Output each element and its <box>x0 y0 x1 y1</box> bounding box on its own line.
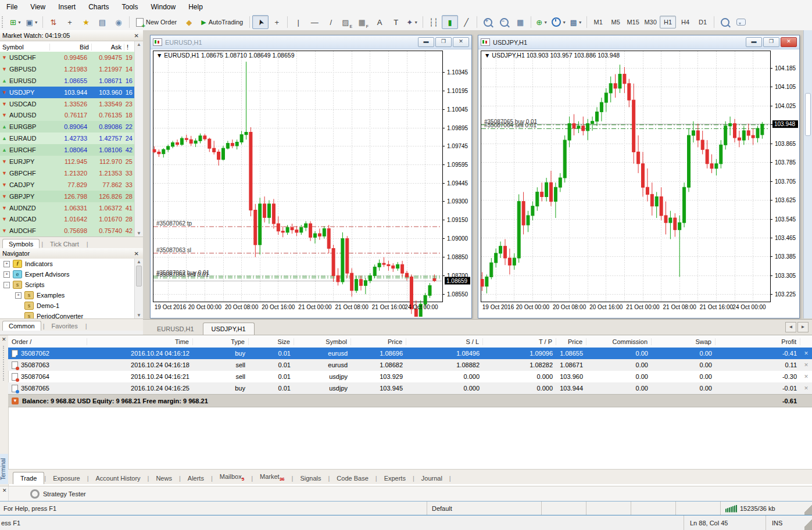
expand-icon[interactable]: + <box>3 261 10 267</box>
chart-tab-usdjpyh1[interactable]: USDJPY,H1 <box>203 323 255 335</box>
menu-file[interactable]: File <box>0 1 24 13</box>
chart-window-titlebar[interactable]: EURUSD,H1 ▬ ❐ ✕ <box>151 35 471 49</box>
text-label-button[interactable]: T <box>388 15 404 29</box>
mw-tab-symbols[interactable]: Symbols <box>2 239 40 249</box>
trendline-button[interactable]: / <box>323 15 339 29</box>
scrollbar-thumb[interactable] <box>136 266 142 287</box>
status-profile[interactable]: Default <box>427 502 541 515</box>
chart-window-eurusd[interactable]: EURUSD,H1 ▬ ❐ ✕ 1.103451.101951.100451.0… <box>150 35 472 318</box>
orders-col-order[interactable]: Order / <box>8 338 87 345</box>
timeframe-m1-button[interactable]: M1 <box>590 16 606 28</box>
order-row-35087063[interactable]: 350870632016.10.24 04:16:18sell0.01eurus… <box>8 359 812 371</box>
navigator-scrollbar[interactable]: ▲ ▼ <box>134 259 143 318</box>
bar-chart-button[interactable]: ┆┆ <box>425 15 442 29</box>
terminal-tab-mailbox[interactable]: Mailbox5 <box>213 471 251 484</box>
timeframe-h4-button[interactable]: H4 <box>677 16 693 28</box>
periods-button[interactable]: ▼ <box>550 15 568 29</box>
strategy-tester-toggle-button[interactable]: ◉ <box>110 15 127 29</box>
scroll-up-icon[interactable]: ▲ <box>135 42 143 47</box>
menu-tools[interactable]: Tools <box>116 1 145 13</box>
indicators-add-button[interactable]: ⊕▼ <box>534 15 550 29</box>
terminal-tab-alerts[interactable]: Alerts <box>181 472 211 484</box>
market-watch-row-audusd[interactable]: ▼AUDUSD0.761170.7613518 <box>0 109 135 121</box>
chart-tab-eurusdh1[interactable]: EURUSD,H1 <box>149 323 202 335</box>
chart-profiles-button[interactable]: ▣▼ <box>24 15 40 29</box>
restore-icon[interactable]: ❐ <box>435 37 452 47</box>
resize-grip[interactable] <box>804 515 812 530</box>
menu-insert[interactable]: Insert <box>52 1 82 13</box>
orders-col-price[interactable]: Price <box>351 338 406 345</box>
close-order-icon[interactable]: ✕ <box>800 362 812 368</box>
market-watch-toggle-button[interactable]: ⇅ <box>45 15 62 29</box>
market-watch-row-audnzd[interactable]: ▼AUDNZD1.063311.0637241 <box>0 202 135 214</box>
chart-window-titlebar[interactable]: USDJPY,H1 ▬ ❐ ✕ <box>478 35 799 49</box>
autotrading-button[interactable]: ▶AutoTrading <box>197 15 247 29</box>
timeframe-h1-button[interactable]: H1 <box>660 16 676 28</box>
line-chart-button[interactable]: ╱ <box>458 15 474 29</box>
close-order-icon[interactable]: ✕ <box>800 385 812 391</box>
collapse-icon[interactable]: - <box>3 282 10 288</box>
workspace-scrollbar[interactable] <box>803 30 812 318</box>
navigator-item-examples[interactable]: +sExamples <box>0 290 135 300</box>
terminal-tab-news[interactable]: News <box>149 472 179 484</box>
minimize-icon[interactable]: ▬ <box>418 37 434 47</box>
scroll-down-icon[interactable]: ▼ <box>135 313 143 318</box>
navigator-toggle-button[interactable]: ★ <box>78 15 94 29</box>
terminal-tab-account-history[interactable]: Account History <box>89 472 148 484</box>
market-watch-row-audchf[interactable]: ▼AUDCHF0.756980.7574042 <box>0 225 135 237</box>
orders-col-sl[interactable]: S / L <box>406 338 483 345</box>
tile-windows-button[interactable]: ▦ <box>512 15 528 29</box>
resize-grip[interactable] <box>804 502 812 515</box>
mw-tab-tick-chart[interactable]: Tick Chart <box>44 239 85 249</box>
market-watch-row-eurchf[interactable]: ▲EURCHF1.080641.0810642 <box>0 144 135 156</box>
terminal-tab-experts[interactable]: Experts <box>377 472 413 484</box>
zoom-in-button[interactable]: + <box>480 15 496 29</box>
close-order-icon[interactable]: ✕ <box>800 374 812 379</box>
order-row-35087062[interactable]: 350870622016.10.24 04:16:12buy0.01eurusd… <box>8 348 812 359</box>
candlestick-chart-svg[interactable]: 1.103451.101951.100451.098951.097451.095… <box>151 49 470 317</box>
market-watch-row-eurgbp[interactable]: ▲EURGBP0.890640.8908622 <box>0 121 135 132</box>
menu-help[interactable]: Help <box>182 1 209 13</box>
scrollbar-thumb[interactable] <box>805 93 811 136</box>
expand-icon[interactable]: + <box>15 292 22 299</box>
templates-button[interactable]: ▩▼ <box>568 15 584 29</box>
nav-tab-favorites[interactable]: Favorites <box>45 321 83 331</box>
close-icon[interactable]: ✕ <box>133 33 141 39</box>
navigator-item-periodconverter[interactable]: sPeriodConverter <box>0 311 135 318</box>
new-chart-button[interactable]: ⊞▼ <box>8 15 24 29</box>
chart-canvas[interactable]: 1.103451.101951.100451.098951.097451.095… <box>151 49 471 318</box>
timeframe-d1-button[interactable]: D1 <box>695 16 711 28</box>
navigator-item-indicators[interactable]: +fIndicators <box>0 259 135 269</box>
market-watch-row-cadjpy[interactable]: ▼CADJPY77.82977.86233 <box>0 179 135 191</box>
close-icon[interactable]: ✕ <box>133 250 141 257</box>
tab-scroll-left-icon[interactable]: ◄ <box>785 322 796 332</box>
menu-charts[interactable]: Charts <box>82 1 115 13</box>
candlestick-chart-button[interactable]: ▮ <box>442 15 458 29</box>
menu-view[interactable]: View <box>24 1 52 13</box>
arrows-button[interactable]: ✦▼ <box>404 15 420 29</box>
terminal-tab-journal[interactable]: Journal <box>414 472 449 484</box>
market-watch-row-usdcad[interactable]: ▼USDCAD1.335261.3354923 <box>0 98 135 110</box>
close-icon[interactable]: ✕ <box>2 488 7 493</box>
order-row-35087065[interactable]: 350870652016.10.24 04:16:25buy0.01usdjpy… <box>8 382 812 394</box>
navigator-item-expert-advisors[interactable]: +eExpert Advisors <box>0 269 135 280</box>
timeframe-m15-button[interactable]: M15 <box>625 16 641 28</box>
orders-col-time[interactable]: Time <box>87 338 193 345</box>
terminal-tab-exposure[interactable]: Exposure <box>46 472 87 484</box>
close-icon[interactable]: ✕ <box>453 37 469 47</box>
market-watch-row-gbpchf[interactable]: ▼GBPCHF1.213201.2135333 <box>0 167 135 179</box>
status-connection[interactable]: 15235/36 kb <box>720 502 804 515</box>
drag-handle[interactable] <box>3 346 4 381</box>
orders-col-profit[interactable]: Profit <box>716 338 800 345</box>
market-watch-row-gbpjpy[interactable]: ▼GBPJPY126.798126.82628 <box>0 191 135 202</box>
close-order-icon[interactable]: ✕ <box>800 350 812 356</box>
new-order-button[interactable]: New Order <box>132 15 181 29</box>
timeframe-m5-button[interactable]: M5 <box>607 16 624 28</box>
orders-col-symbol[interactable]: Symbol <box>294 338 351 345</box>
horizontal-line-button[interactable]: — <box>306 15 323 29</box>
mw-col-ask[interactable]: Ask <box>92 44 124 51</box>
chart-canvas[interactable]: 104.185104.105104.025103.945103.865103.7… <box>478 49 799 318</box>
market-watch-row-euraud[interactable]: ▲EURAUD1.427331.4275724 <box>0 132 135 144</box>
terminal-tab-market[interactable]: Market36 <box>253 471 292 484</box>
chart-window-usdjpy[interactable]: USDJPY,H1 ▬ ❐ ✕ 104.185104.105104.025103… <box>478 35 800 318</box>
